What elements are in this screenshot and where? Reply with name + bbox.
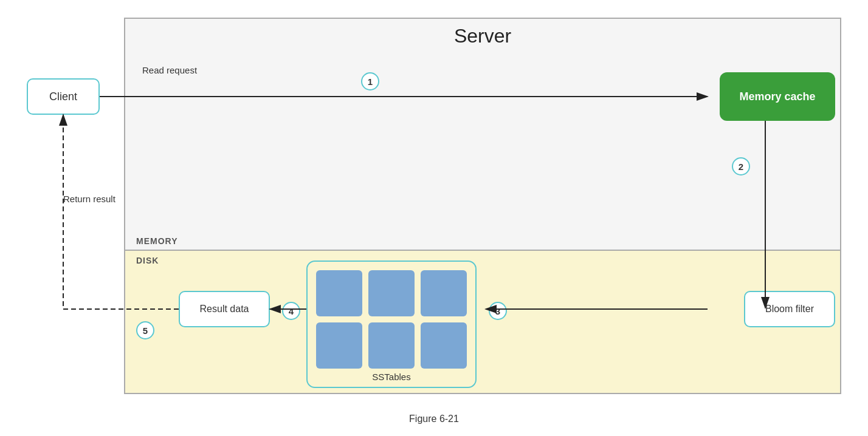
return-result-label: Return result	[63, 194, 115, 204]
sstables-label: SSTables	[372, 372, 410, 382]
step-2-circle: 2	[732, 157, 750, 175]
sstable-cell	[368, 270, 415, 316]
client-label: Client	[49, 90, 77, 103]
disk-label: DISK	[136, 256, 159, 265]
sstable-cell	[316, 270, 362, 316]
client-box: Client	[27, 78, 100, 115]
memory-cache-label: Memory cache	[739, 90, 815, 103]
sstables-grid	[316, 270, 467, 369]
read-request-label: Read request	[142, 65, 197, 75]
step-3-circle: 3	[489, 302, 507, 320]
sstable-cell	[421, 270, 467, 316]
sstable-cell	[368, 322, 415, 369]
sstables-container: SSTables	[306, 261, 477, 388]
step-1-circle: 1	[361, 72, 379, 90]
result-data-label: Result data	[200, 304, 249, 315]
sstable-cell	[421, 322, 467, 369]
diagram-wrapper: Server MEMORY DISK Client Memory cache B…	[15, 12, 853, 424]
figure-label: Figure 6-21	[409, 414, 459, 424]
result-data-box: Result data	[179, 291, 270, 327]
memory-label: MEMORY	[136, 236, 177, 246]
step-4-circle: 4	[282, 302, 300, 320]
memory-area: MEMORY	[125, 19, 840, 250]
step-5-circle: 5	[136, 321, 154, 339]
bloom-filter-label: Bloom filter	[765, 304, 814, 315]
bloom-filter-box: Bloom filter	[744, 291, 835, 327]
sstable-cell	[316, 322, 362, 369]
memory-cache-box: Memory cache	[720, 72, 835, 121]
